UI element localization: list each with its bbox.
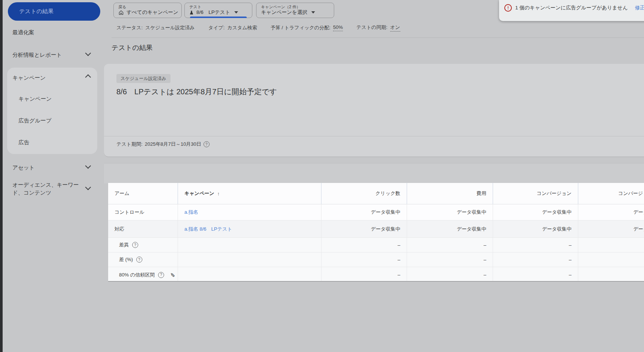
table-cell-arm: 対応 bbox=[108, 221, 178, 237]
table-cell-value: – bbox=[321, 238, 407, 252]
test-button-label: 8/6 LPテスト bbox=[196, 9, 230, 16]
table-cell-value: – bbox=[493, 252, 578, 267]
table-cell-value: – bbox=[578, 238, 644, 252]
sidebar-item-test-results[interactable]: テストの結果 bbox=[8, 2, 100, 21]
table-cell-value: データ収集中 bbox=[321, 221, 407, 237]
results-table: アーム キャンペーン ↑ クリック数 費用 コンバージョン コンバージョン単価 … bbox=[108, 183, 644, 281]
table-cell-value: データ収集中 bbox=[407, 204, 493, 220]
column-header-conversions[interactable]: コンバージョン bbox=[493, 183, 578, 204]
table-row: 80% の信頼区間?✎–––– bbox=[108, 267, 644, 281]
type-label: タイプ: bbox=[208, 24, 225, 31]
test-summary-card: スケジュール設定済み 8/6 LPテストは 2025年8月7日に開始予定です テ… bbox=[104, 64, 644, 157]
notification-fix-link[interactable]: 修正 bbox=[635, 5, 644, 11]
table-cell-value: – bbox=[407, 238, 493, 252]
table-cell-value: – bbox=[578, 252, 644, 267]
table-row: 差 (%)?–––– bbox=[108, 252, 644, 267]
test-period-row: テスト期間: 2025年8月7日～10月30日 ? bbox=[116, 141, 210, 148]
table-cell-value: データ収集中 bbox=[493, 221, 578, 237]
campaign-link[interactable]: a.指名 bbox=[184, 209, 198, 216]
table-cell-campaign bbox=[178, 252, 321, 267]
dropdown-caret-icon bbox=[311, 11, 315, 14]
test-selector-button[interactable]: テスト 8/6 LPテスト bbox=[184, 3, 252, 18]
arm-label: 対応 bbox=[115, 226, 124, 233]
table-cell-campaign: a.指名 bbox=[178, 204, 321, 220]
chevron-down-icon bbox=[85, 163, 91, 169]
card-divider bbox=[104, 136, 644, 136]
sidebar-item-insights[interactable]: 分析情報とレポート bbox=[12, 51, 62, 59]
status-item-status: ステータス: スケジュール設定済み bbox=[116, 24, 195, 31]
table-cell-arm: 差 (%)? bbox=[108, 252, 178, 267]
help-icon[interactable]: ? bbox=[132, 242, 138, 248]
chevron-down-icon bbox=[85, 50, 91, 56]
dropdown-caret-icon bbox=[234, 11, 238, 14]
sidebar-item-ad-groups[interactable]: 広告グループ bbox=[18, 116, 51, 125]
sort-ascending-icon: ↑ bbox=[217, 191, 220, 196]
sidebar-item-ads[interactable]: 広告 bbox=[18, 138, 29, 147]
sync-value[interactable]: オン bbox=[390, 24, 400, 32]
table-cell-value: – bbox=[407, 252, 493, 267]
chevron-down-icon bbox=[85, 184, 91, 190]
arm-label: コントロール bbox=[115, 209, 145, 216]
arm-label: 差異 bbox=[119, 242, 129, 248]
help-icon[interactable]: ? bbox=[158, 272, 164, 278]
table-cell-campaign bbox=[178, 267, 321, 281]
arm-label: 差 (%) bbox=[119, 256, 133, 263]
sync-label: テストの同期: bbox=[356, 24, 388, 32]
table-toolbar-band bbox=[104, 163, 644, 183]
column-header-arm[interactable]: アーム bbox=[108, 183, 178, 204]
table-body: コントロールa.指名データ収集中データ収集中データ収集中データ収集中対応a.指名… bbox=[108, 204, 644, 281]
table-cell-value: データ収集中 bbox=[578, 204, 644, 220]
status-value: スケジュール設定済み bbox=[145, 24, 195, 31]
column-header-campaign[interactable]: キャンペーン ↑ bbox=[178, 183, 321, 204]
table-cell-value: データ収集中 bbox=[578, 221, 644, 237]
period-value: 2025年8月7日～10月30日 bbox=[145, 141, 201, 148]
table-cell-arm: コントロール bbox=[108, 204, 178, 220]
home-icon bbox=[118, 10, 124, 15]
campaign-selector-button[interactable]: キャンペーン（2 件） キャンペーンを選択 bbox=[256, 3, 334, 18]
notification-message: 1 個のキャンペーンに広告グループがありません bbox=[515, 5, 628, 11]
table-cell-arm: 差異? bbox=[108, 238, 178, 252]
table-cell-value: – bbox=[493, 267, 578, 281]
table-cell-value: データ収集中 bbox=[407, 221, 493, 237]
period-label: テスト期間: bbox=[116, 141, 143, 148]
selected-tab-underline bbox=[190, 17, 247, 18]
status-item-sync: テストの同期: オン bbox=[356, 24, 400, 32]
header-divider bbox=[112, 38, 644, 38]
campaign-button-label: キャンペーンを選択 bbox=[261, 9, 307, 16]
sidebar-item-label: テストの結果 bbox=[19, 8, 53, 15]
table-cell-value: データ収集中 bbox=[321, 204, 407, 220]
table-cell-value: – bbox=[578, 267, 644, 281]
sidebar-item-assets[interactable]: アセット bbox=[12, 163, 35, 172]
status-item-split: 予算 / トラフィックの分配: 50% bbox=[270, 24, 343, 31]
test-headline: 8/6 LPテストは 2025年8月7日に開始予定です bbox=[116, 87, 277, 97]
alert-icon: ! bbox=[504, 4, 512, 12]
page-title: テストの結果 bbox=[112, 43, 153, 52]
table-cell-campaign bbox=[178, 238, 321, 252]
type-value: カスタム検索 bbox=[227, 24, 257, 31]
column-header-cost[interactable]: 費用 bbox=[407, 183, 493, 204]
help-icon[interactable]: ? bbox=[204, 141, 210, 147]
table-cell-campaign: a.指名 8/6 LPテスト bbox=[178, 221, 321, 237]
column-header-campaign-label: キャンペーン bbox=[184, 190, 214, 197]
sidebar-item-campaigns[interactable]: キャンペーン bbox=[18, 95, 52, 103]
column-header-cost-per-conversion[interactable]: コンバージョン単価 bbox=[578, 183, 644, 204]
warning-notification: ! 1 個のキャンペーンに広告グループがありません 修正 bbox=[499, 0, 644, 21]
column-header-clicks[interactable]: クリック数 bbox=[321, 183, 407, 204]
table-row: コントロールa.指名データ収集中データ収集中データ収集中データ収集中 bbox=[108, 204, 644, 221]
arm-label: 80% の信頼区間 bbox=[119, 272, 155, 278]
help-icon[interactable]: ? bbox=[136, 257, 142, 263]
table-cell-value: データ収集中 bbox=[493, 204, 578, 220]
split-label: 予算 / トラフィックの分配: bbox=[270, 24, 330, 31]
back-to-all-campaigns-button[interactable]: 戻る すべてのキャンペーン bbox=[113, 3, 182, 18]
campaign-link[interactable]: a.指名 8/6 LPテスト bbox=[184, 226, 232, 233]
table-row: 対応a.指名 8/6 LPテストデータ収集中データ収集中データ収集中データ収集中 bbox=[108, 221, 644, 238]
sidebar-item-campaigns-header[interactable]: キャンペーン bbox=[12, 74, 46, 82]
split-value[interactable]: 50% bbox=[333, 24, 343, 31]
table-cell-value: – bbox=[493, 238, 578, 252]
status-label: ステータス: bbox=[116, 24, 143, 31]
edit-icon[interactable]: ✎ bbox=[169, 272, 176, 277]
status-chip: スケジュール設定済み bbox=[116, 74, 170, 83]
table-header-row: アーム キャンペーン ↑ クリック数 費用 コンバージョン コンバージョン単価 bbox=[108, 183, 644, 204]
sidebar-item-audiences[interactable]: オーディエンス、キーワー ド、コンテンツ bbox=[12, 181, 80, 197]
sidebar-item-optimization[interactable]: 最適化案 bbox=[12, 28, 34, 36]
